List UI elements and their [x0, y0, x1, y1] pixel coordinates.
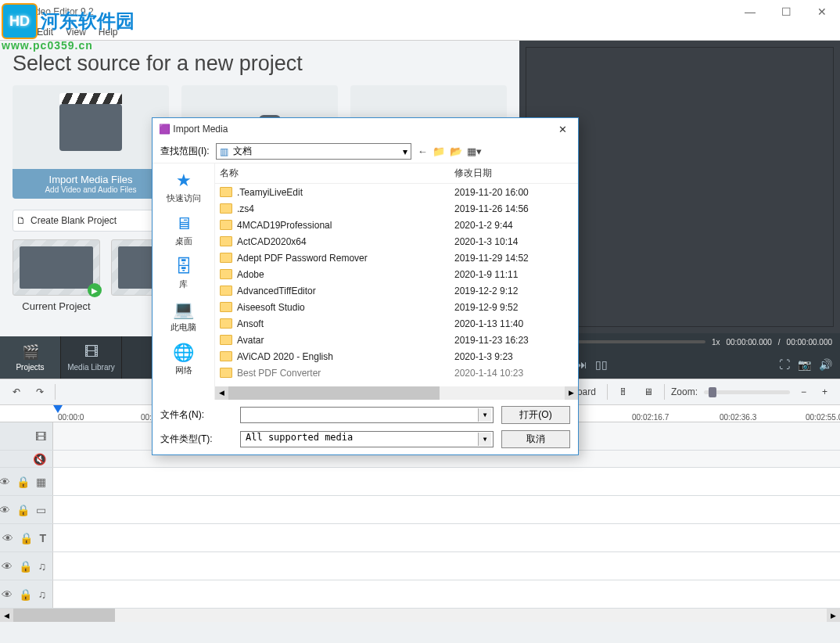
folder-icon: [220, 269, 232, 279]
timeline-scroll[interactable]: ◀ ▶: [0, 609, 840, 622]
folder-icon: [220, 302, 232, 312]
lock-icon[interactable]: 🔒: [19, 560, 32, 573]
open-button[interactable]: 打开(O): [501, 406, 570, 424]
text-icon: T: [39, 532, 46, 544]
folder-icon: [220, 187, 232, 197]
import-media-card[interactable]: Import Media Files Add Video and Audio F…: [13, 85, 169, 199]
new-folder-icon[interactable]: 📂: [450, 145, 462, 157]
lock-icon[interactable]: 🔒: [19, 588, 32, 601]
place-quick[interactable]: ★快速访问: [153, 168, 214, 207]
file-row[interactable]: Best PDF Converter2020-1-14 10:23: [215, 365, 578, 381]
cancel-button[interactable]: 取消: [501, 430, 570, 448]
file-row[interactable]: Avatar2019-11-23 16:23: [215, 332, 578, 348]
file-row[interactable]: Ansoft2020-1-13 11:40: [215, 315, 578, 332]
track-audio2[interactable]: [53, 580, 840, 608]
track-effects[interactable]: [53, 496, 840, 523]
eye-icon[interactable]: 👁: [2, 532, 13, 544]
clapper-icon: [13, 85, 169, 169]
preview-speed: 1x: [712, 338, 720, 347]
import-media-sub: Add Video and Audio Files: [16, 185, 166, 194]
file-row[interactable]: .zs42019-11-26 14:56: [215, 200, 578, 217]
scroll-left-icon[interactable]: ◀: [0, 609, 13, 622]
folder-icon: [220, 351, 232, 361]
file-row[interactable]: AViCAD 2020 - English2020-1-3 9:23: [215, 348, 578, 365]
col-date[interactable]: 修改日期: [454, 167, 572, 180]
look-in-combo[interactable]: ▥ 文档 ▾: [216, 143, 411, 160]
tab-media-library[interactable]: 🎞 Media Library: [61, 336, 122, 379]
filetype-label: 文件类型(T):: [160, 433, 232, 446]
dialog-app-icon: 🟪: [159, 124, 171, 135]
filetype-combo[interactable]: All supported media: [240, 431, 494, 447]
documents-icon: ▥: [220, 146, 228, 157]
folder-icon: [220, 236, 232, 246]
eye-icon[interactable]: 👁: [0, 476, 10, 488]
back-icon[interactable]: ←: [418, 145, 428, 157]
undo-button[interactable]: ↶: [8, 385, 25, 399]
look-in-label: 查找范围(I):: [160, 145, 210, 158]
watermark: HD河东软件园 www.pc0359.cn: [2, 3, 135, 52]
folder-icon: [220, 253, 232, 263]
file-row[interactable]: Aiseesoft Studio2019-12-9 9:52: [215, 299, 578, 315]
zoom-in-button[interactable]: +: [817, 385, 832, 399]
place-network[interactable]: 🌐网络: [153, 340, 214, 379]
close-button[interactable]: ✕: [804, 0, 840, 23]
film-icon: 🎞: [84, 344, 99, 361]
view-menu-icon[interactable]: ▦▾: [467, 145, 482, 157]
eye-icon[interactable]: 👁: [2, 588, 13, 601]
file-list: 名称 修改日期 .TeamyiLiveEdit2019-11-20 16:00.…: [215, 163, 578, 400]
snapshot-button[interactable]: 📷: [798, 358, 811, 371]
track-text[interactable]: [53, 524, 840, 551]
import-media-dialog: 🟪 Import Media ✕ 查找范围(I): ▥ 文档 ▾ ← 📁 📂 ▦…: [152, 117, 579, 455]
col-name[interactable]: 名称: [220, 167, 454, 180]
star-icon: ★: [176, 171, 192, 191]
create-blank-project[interactable]: 🗋 Create Blank Project: [13, 210, 153, 232]
look-in-value: 文档: [233, 145, 252, 158]
volume-button[interactable]: 🔊: [819, 358, 832, 371]
audio-icon: ♫: [38, 560, 47, 573]
globe-icon: 🌐: [173, 343, 194, 363]
playhead-icon[interactable]: [53, 405, 63, 413]
up-folder-icon[interactable]: 📁: [433, 145, 445, 157]
track-overlay[interactable]: [53, 468, 840, 495]
place-this-pc[interactable]: 💻此电脑: [153, 297, 214, 336]
place-library[interactable]: 🗄库: [153, 254, 214, 293]
fit-button[interactable]: 🖥: [639, 385, 658, 399]
places-bar: ★快速访问 🖥桌面 🗄库 💻此电脑 🌐网络: [153, 163, 215, 400]
place-desktop[interactable]: 🖥桌面: [153, 211, 214, 250]
maximize-button[interactable]: ☐: [768, 0, 804, 23]
lock-icon[interactable]: 🔒: [20, 532, 33, 544]
fullscreen-button[interactable]: ⛶: [779, 358, 790, 371]
file-list-hscroll[interactable]: ◀▶: [215, 386, 578, 400]
video-track-icon: 🎞: [35, 430, 46, 443]
track-audio1[interactable]: [53, 552, 840, 580]
file-row[interactable]: 4MCAD19Professional2020-1-2 9:44: [215, 217, 578, 233]
file-row[interactable]: Adept PDF Password Remover2019-11-29 14:…: [215, 250, 578, 266]
zoom-label: Zoom:: [671, 386, 698, 397]
effects-icon: ▭: [36, 504, 46, 516]
scroll-right-icon[interactable]: ▶: [827, 609, 840, 622]
file-row[interactable]: AdvancedTiffEditor2019-12-2 9:12: [215, 282, 578, 299]
preview-position: 00:00:00.000: [726, 338, 771, 347]
minimize-button[interactable]: —: [732, 0, 768, 23]
audio-mix-button[interactable]: 🎚: [614, 385, 633, 399]
file-row[interactable]: ActCAD2020x642020-1-3 10:14: [215, 233, 578, 250]
page-title: Select source for a new project: [13, 52, 507, 76]
filename-input[interactable]: [240, 407, 494, 423]
redo-button[interactable]: ↷: [31, 385, 48, 399]
file-row[interactable]: .TeamyiLiveEdit2019-11-20 16:00: [215, 184, 578, 200]
eye-icon[interactable]: 👁: [2, 560, 13, 573]
split-button[interactable]: ▯▯: [595, 358, 608, 371]
zoom-out-button[interactable]: −: [796, 385, 811, 399]
create-blank-label: Create Blank Project: [31, 215, 117, 226]
dialog-close-button[interactable]: ✕: [553, 124, 572, 135]
tab-projects-label: Projects: [16, 363, 44, 372]
eye-icon[interactable]: 👁: [0, 504, 10, 516]
clapper-small-icon: 🎬: [22, 343, 39, 361]
file-row[interactable]: Adobe2020-1-9 11:11: [215, 266, 578, 282]
mute-icon[interactable]: 🔇: [33, 453, 46, 465]
current-project-thumb[interactable]: [13, 239, 100, 296]
lock-icon[interactable]: 🔒: [16, 504, 30, 516]
lock-icon[interactable]: 🔒: [16, 476, 30, 488]
zoom-slider[interactable]: [704, 390, 790, 394]
tab-projects[interactable]: 🎬 Projects: [0, 336, 61, 379]
